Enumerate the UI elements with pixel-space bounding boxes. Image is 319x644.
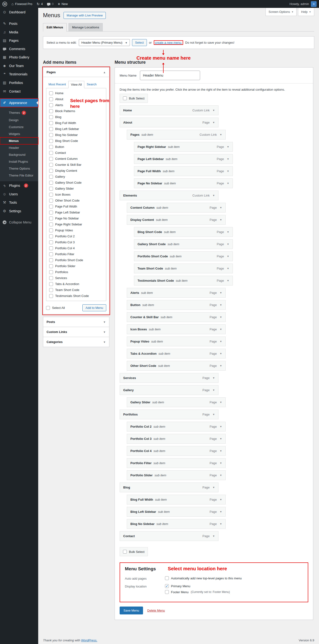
page-checkbox-item-portfolios[interactable]: Portfolios	[49, 269, 105, 275]
menu-item-row-blog-left-sidebar[interactable]: Blog Left Sidebarsub itemPage▼	[127, 507, 226, 517]
menu-select-dropdown[interactable]: Header Menu (Primary Menu) ▼	[79, 39, 130, 46]
checkbox[interactable]	[49, 193, 53, 196]
sidebar-subitem-theme-file-editor[interactable]: Theme File Editor	[0, 172, 38, 179]
page-checkbox-item-popup-video[interactable]: Popup Video	[49, 227, 105, 233]
panel-posts[interactable]: Posts▼	[43, 317, 109, 327]
sidebar-item-media[interactable]: ♫Media	[0, 28, 38, 36]
chevron-down-icon[interactable]: ▼	[220, 304, 222, 306]
avatar[interactable]: ★	[311, 1, 316, 7]
chevron-down-icon[interactable]: ▼	[212, 376, 215, 379]
menu-item-row-page-full-width[interactable]: Page Full Widthsub itemPage▼	[134, 166, 233, 176]
chevron-down-icon[interactable]: ▼	[227, 279, 229, 282]
location-option-primary-menu[interactable]: Primary Menu	[165, 584, 230, 588]
checkbox[interactable]	[49, 210, 53, 214]
chevron-down-icon[interactable]: ▼	[220, 218, 222, 221]
menu-item-row-icon-boxes[interactable]: Icon Boxessub itemPage▼	[127, 324, 226, 334]
checkbox[interactable]	[49, 115, 53, 119]
page-checkbox-item-team-short-code[interactable]: Team Short Code	[49, 287, 105, 293]
chevron-down-icon[interactable]: ▼	[220, 328, 222, 330]
menu-item-row-elements[interactable]: ElementsCustom Link▼	[120, 190, 218, 200]
panel-custom-links[interactable]: Custom Links▼	[43, 327, 109, 337]
checkbox[interactable]	[49, 258, 53, 262]
auto-add-checkbox[interactable]	[165, 576, 169, 580]
page-checkbox-item-portfolio-slider[interactable]: Portfolio Slider	[49, 263, 105, 269]
chevron-down-icon[interactable]: ▼	[227, 255, 229, 258]
chevron-down-icon[interactable]: ▼	[212, 413, 215, 416]
site-name-link[interactable]: ⌂ Fixwood Pro	[12, 2, 32, 6]
checkbox[interactable]	[49, 121, 53, 125]
updates-link[interactable]: ↻ 4	[37, 2, 43, 6]
checkbox[interactable]	[49, 139, 53, 143]
sidebar-item-our-team[interactable]: ☻Our Team	[0, 62, 38, 70]
chevron-down-icon[interactable]: ▼	[220, 292, 222, 294]
menu-item-row-about[interactable]: AboutPage▼	[120, 118, 218, 127]
page-checkbox-item-content-column[interactable]: Content Column	[49, 156, 105, 162]
menu-item-row-page-right-sidebar[interactable]: Page Right Sidebarsub itemPage▼	[134, 142, 233, 152]
menu-item-row-other-short-code[interactable]: Other Short Codesub itemPage▼	[127, 361, 226, 371]
menu-item-row-portfolio-slider[interactable]: Portfolio Slidersub itemPage▼	[127, 470, 226, 480]
menu-item-row-gallery-short-code[interactable]: Gallery Short Codesub itemPage▼	[134, 239, 233, 249]
checkbox[interactable]	[49, 276, 53, 280]
live-preview-button[interactable]: Manage with Live Preview	[64, 12, 106, 19]
menu-item-row-portfolio-col-3[interactable]: Portfolio Col 3sub itemPage▼	[127, 434, 226, 444]
checkbox[interactable]	[49, 127, 53, 131]
comments-link[interactable]: 0	[47, 2, 54, 6]
checkbox[interactable]	[49, 187, 53, 190]
create-new-menu-link[interactable]: create a new menu.	[155, 41, 182, 44]
checkbox[interactable]	[49, 163, 53, 167]
chevron-down-icon[interactable]: ▼	[212, 486, 215, 489]
chevron-down-icon[interactable]: ▼	[212, 389, 215, 392]
bulk-select-bottom[interactable]: Bulk Select	[120, 547, 148, 556]
menu-item-row-blog-short-code[interactable]: Blog Short Codesub itemPage▼	[134, 227, 233, 237]
tab-edit-menus[interactable]: Edit Menus	[43, 23, 67, 32]
menu-item-row-button[interactable]: Buttonsub itemPage▼	[127, 300, 226, 310]
howdy-account-link[interactable]: Howdy, admin	[290, 2, 309, 6]
save-menu-button[interactable]: Save Menu	[120, 606, 143, 614]
sidebar-item-appearance[interactable]: ✐Appearance	[0, 98, 38, 107]
auto-add-pages-option[interactable]: Automatically add new top-level pages to…	[165, 576, 242, 580]
checkbox[interactable]	[49, 109, 53, 113]
tab-search[interactable]: Search	[84, 81, 99, 88]
chevron-down-icon[interactable]: ▼	[220, 522, 222, 525]
chevron-down-icon[interactable]: ▼	[220, 364, 222, 367]
checkbox[interactable]	[49, 288, 53, 292]
menu-item-row-blog[interactable]: BlogPage▼	[120, 482, 218, 492]
checkbox[interactable]	[49, 157, 53, 161]
sidebar-subitem-menus[interactable]: Menus	[0, 138, 38, 144]
add-to-menu-button[interactable]: Add to Menu	[82, 304, 106, 311]
checkbox[interactable]	[49, 175, 53, 179]
checkbox[interactable]	[49, 205, 53, 208]
tab-view-all[interactable]: View All	[68, 81, 84, 88]
menu-item-row-portfolio-filter[interactable]: Portfolio Filtersub itemPage▼	[127, 458, 226, 468]
checkbox-checked[interactable]	[165, 584, 169, 588]
page-checkbox-item-blog-short-code[interactable]: Blog Short Code	[49, 138, 105, 144]
chevron-down-icon[interactable]: ▼	[227, 231, 229, 233]
checkbox[interactable]	[49, 133, 53, 137]
wordpress-link[interactable]: WordPress.	[81, 638, 97, 642]
page-checkbox-item-counter-skill-bar[interactable]: Counter & Skill Bar	[49, 162, 105, 168]
checkbox[interactable]	[49, 294, 53, 298]
sidebar-subitem-header[interactable]: Header	[0, 144, 38, 151]
chevron-down-icon[interactable]: ▼	[220, 510, 222, 513]
page-checkbox-item-page-right-sidebar[interactable]: Page Right Sidebar	[49, 221, 105, 227]
menu-item-row-portfolio-col-4[interactable]: Portfolio Col 4sub itemPage▼	[127, 446, 226, 456]
page-checkbox-item-display-content[interactable]: Display Content	[49, 168, 105, 174]
wordpress-logo-menu[interactable]: W	[3, 2, 7, 6]
sidebar-item-dashboard[interactable]: ⊙Dashboard	[0, 8, 38, 16]
chevron-down-icon[interactable]: ▼	[220, 438, 222, 440]
chevron-down-icon[interactable]: ▼	[220, 316, 222, 318]
page-checkbox-item-portfolio-col-4[interactable]: Portfolio Col 4	[49, 245, 105, 251]
select-all-checkbox[interactable]	[46, 306, 50, 310]
location-option-footer-menu[interactable]: Footer Menu(Currently set to: Footer Men…	[165, 590, 230, 594]
sidebar-subitem-background[interactable]: Background	[0, 151, 38, 158]
menu-item-row-gallery[interactable]: GalleryPage▼	[120, 385, 218, 395]
sidebar-item-plugins[interactable]: ϟPlugins2	[0, 181, 38, 190]
chevron-down-icon[interactable]: ▼	[212, 535, 215, 538]
menu-item-row-pages[interactable]: Pagessub itemCustom Link▼	[127, 130, 226, 140]
checkbox[interactable]	[49, 282, 53, 286]
sidebar-subitem-design[interactable]: Design	[0, 117, 38, 124]
bulk-select-checkbox[interactable]	[123, 550, 127, 554]
page-checkbox-item-portfolio-short-code[interactable]: Portfolio Short Code	[49, 257, 105, 263]
checkbox[interactable]	[165, 590, 169, 594]
menu-item-row-blog-no-sidebar[interactable]: Blog No Sidebarsub itemPage▼	[127, 519, 226, 529]
